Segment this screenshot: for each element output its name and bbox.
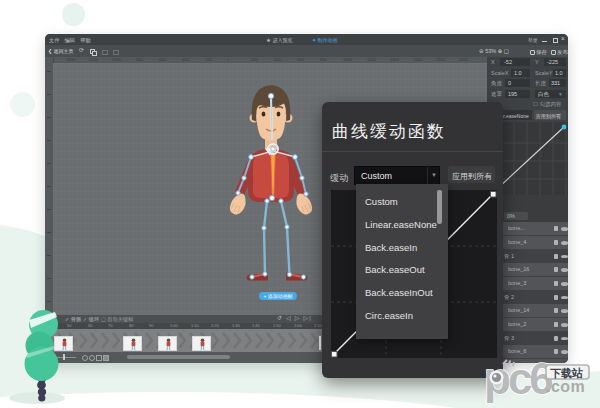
svg-text:下载站: 下载站 <box>550 367 583 379</box>
svg-text:.com: .com <box>546 378 585 395</box>
svg-text:+ 添加动画帧: + 添加动画帧 <box>264 293 293 300</box>
